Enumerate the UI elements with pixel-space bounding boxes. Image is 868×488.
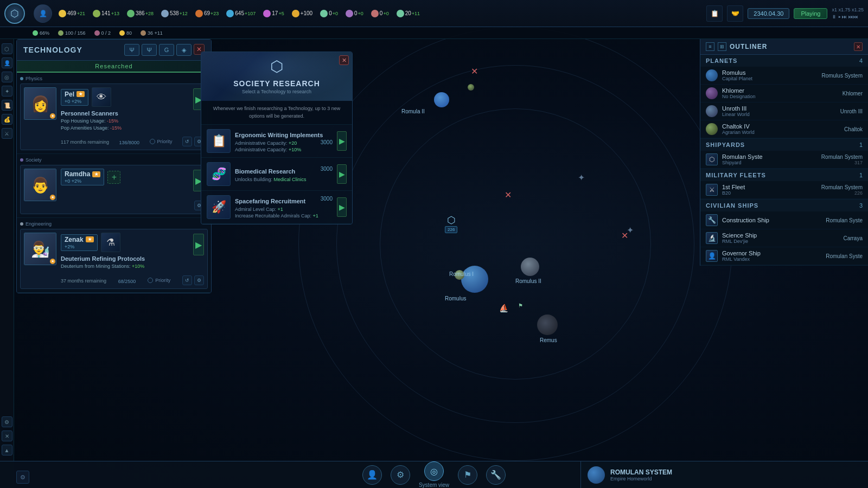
outliner-header: ≡ ⊞ OUTLINER ✕	[700, 39, 868, 55]
empire-icon[interactable]: ⬡	[4, 3, 25, 24]
notifications-btn[interactable]: 📋	[706, 5, 723, 22]
sidebar-empire[interactable]: ⬡	[2, 43, 12, 54]
resource-research[interactable]: 645 +107	[226, 10, 256, 17]
dialog-header: ⬡ SOCIETY RESEARCH Select a Technology t…	[201, 52, 352, 101]
engineering-priority-label[interactable]: Priority	[148, 278, 170, 283]
nav-btn-wrench[interactable]: 🔧	[486, 465, 506, 485]
outliner-planets-header[interactable]: PLANETS 4	[700, 55, 868, 67]
physics-priority-label[interactable]: Priority	[150, 139, 173, 144]
engineering-arrow[interactable]: ▶	[193, 234, 204, 255]
bottom-settings-btn[interactable]: ⚙	[16, 471, 29, 484]
outliner-planet-unroth[interactable]: Unroth III Linear World Unroth III	[700, 102, 868, 120]
physics-research-img: 👁	[92, 87, 111, 107]
res2-stability: 66%	[33, 30, 49, 36]
tech-option-biomedical-select[interactable]: ▶	[337, 164, 347, 184]
resource-energy[interactable]: 469 +21	[59, 10, 85, 17]
resource-extra1[interactable]: 0 +0	[320, 10, 338, 17]
engineering-scientist-name: Zenak ★	[65, 236, 94, 243]
resource-consumer[interactable]: 69 +23	[195, 10, 219, 17]
physics-progress: 136/8000	[119, 140, 140, 145]
res2-housing: 100 / 156	[58, 30, 86, 36]
tech-tabs: Ψ Ψ G ◈ ✕	[124, 44, 205, 56]
tech-option-spacefaring[interactable]: 🚀 Spacefaring Recruitment 3000 Admiral L…	[201, 191, 352, 224]
resource-unity[interactable]: +100	[292, 10, 313, 17]
outliner-shipyard-1[interactable]: ⬡ Romulan Syste Shipyard Romulan System …	[700, 151, 868, 169]
outliner-planet-chaltok[interactable]: Chaltok IV Agrarian World Chaltok	[700, 120, 868, 138]
researched-tab[interactable]: Researched	[17, 61, 211, 73]
left-sidebar: ⬡ 👤 ◎ ✦ 📜 💰 ⚔ ⚙ ✕ ▲	[0, 39, 14, 488]
physics-portrait[interactable]: 👩 ★	[24, 87, 56, 120]
outliner-close-btn[interactable]: ✕	[854, 42, 863, 51]
sidebar-economy[interactable]: 💰	[2, 114, 12, 125]
tech-option-ergonomic-img: 📋	[207, 129, 231, 153]
sidebar-policies[interactable]: 📜	[2, 100, 12, 111]
resource-alloys[interactable]: 538 +12	[161, 10, 188, 17]
outliner-civilian-construction[interactable]: 🔧 Construction Ship Romulan Syste	[700, 211, 868, 229]
sidebar-settings[interactable]: ⚙	[2, 416, 12, 427]
physics-scientist-stats: +0 +2%	[65, 99, 85, 104]
physics-section: Physics 👩 ★ Pel ★ +0 +2% 👁	[17, 73, 211, 154]
ship-on-map: ⛵	[499, 304, 508, 312]
tech-option-spacefaring-select[interactable]: ▶	[337, 197, 347, 217]
add-scientist-btn[interactable]: +	[107, 171, 120, 184]
nav-btn-leader[interactable]: 👤	[362, 465, 382, 485]
outliner-military-header[interactable]: MILITARY FLEETS 1	[700, 169, 868, 181]
planet-icon-unroth	[706, 105, 718, 117]
outliner-military-1[interactable]: ⚔ 1st Fleet B20 Romulan System 226	[700, 181, 868, 199]
tech-option-ergonomic-select[interactable]: ▶	[337, 131, 347, 151]
planet-label-main: Romulus	[445, 296, 466, 301]
tech-tab-1[interactable]: Ψ	[124, 44, 139, 56]
resource-food[interactable]: 386 +28	[127, 10, 154, 17]
dialog-close-btn[interactable]: ✕	[339, 55, 349, 65]
society-label: Society	[20, 157, 208, 163]
play-button[interactable]: Playing	[794, 8, 827, 19]
physics-card: 👩 ★ Pel ★ +0 +2% 👁 Personnel Scanners	[20, 84, 208, 150]
topbar-portrait[interactable]: 👤	[34, 4, 52, 23]
physics-reset-btn[interactable]: ↺	[182, 137, 192, 146]
outliner-planet-khlomer[interactable]: Khlomer No Designation Khlomer	[700, 85, 868, 102]
engineering-reset-btn[interactable]: ↺	[182, 275, 192, 285]
sidebar-leaders[interactable]: 👤	[2, 57, 12, 68]
resource-extra3[interactable]: 0 +0	[371, 10, 389, 17]
tech-tab-3[interactable]: G	[159, 44, 174, 56]
tech-option-biomedical-info: Biomedical Research 3000 Unlocks Buildin…	[235, 166, 333, 182]
physics-label: Physics	[20, 76, 208, 81]
outliner-civilian-governor[interactable]: 👤 Governor Ship RML Vandex Romulan Syste	[700, 247, 868, 265]
tech-tab-2[interactable]: Ψ	[142, 44, 157, 56]
resource-influence[interactable]: 17 +5	[263, 10, 284, 17]
diplomacy-btn[interactable]: 🤝	[727, 5, 743, 22]
sidebar-military[interactable]: ⚔	[2, 128, 12, 139]
resource-extra2[interactable]: 0 +0	[346, 10, 363, 17]
outliner-shipyards-header[interactable]: SHIPYARDS 1	[700, 139, 868, 151]
society-scientist-badge: ★	[92, 171, 100, 177]
outliner-planet-romulus[interactable]: Romulus Capital Planet Romulus System	[700, 67, 868, 85]
society-scientist-stats: +0 +2%	[65, 178, 100, 184]
resource-minerals[interactable]: 141 +13	[93, 10, 119, 17]
sidebar-traditions[interactable]: ✦	[2, 86, 12, 97]
tech-option-spacefaring-img: 🚀	[207, 195, 231, 219]
society-section: Society 👨 ★ Ramdha ★ +0 +2% +	[17, 154, 211, 218]
nav-btn-system[interactable]: ◎	[424, 461, 444, 481]
date-display: 2340.04.30	[748, 8, 789, 19]
tech-option-biomedical[interactable]: 🧬 Biomedical Research 3000 Unlocks Build…	[201, 158, 352, 191]
engineering-portrait[interactable]: 👨‍🔬 ★	[24, 233, 56, 265]
resource-extra4[interactable]: 20 +11	[397, 10, 420, 17]
system-name: ROMULAN SYSTEM	[610, 468, 672, 476]
tech-option-ergonomic[interactable]: 📋 Ergonomic Writing Implements 3000 Admi…	[201, 125, 352, 158]
outliner-shipyards-section: SHIPYARDS 1 ⬡ Romulan Syste Shipyard Rom…	[700, 139, 868, 169]
sidebar-tech[interactable]: ◎	[2, 72, 12, 82]
outliner-civilian-science[interactable]: 🔬 Science Ship RML Dev'jie Carraya	[700, 229, 868, 247]
society-portrait[interactable]: 👨 ★	[24, 169, 56, 201]
system-info-panel[interactable]: ROMULAN SYSTEM Empire Homeworld	[580, 461, 700, 488]
sidebar-alert1[interactable]: ✕	[2, 431, 12, 441]
sidebar-alert2[interactable]: ▲	[2, 445, 12, 455]
engineering-research-img: ⚗	[101, 233, 120, 252]
nav-btn-flag[interactable]: ⚑	[458, 465, 477, 485]
tech-option-biomedical-img: 🧬	[207, 162, 231, 186]
engineering-progress: 68/2500	[118, 279, 136, 284]
nav-btn-settings[interactable]: ⚙	[391, 465, 410, 485]
engineering-settings-btn[interactable]: ⚙	[194, 275, 204, 285]
society-scientist-name: Ramdha ★	[65, 170, 100, 178]
outliner-civilian-header[interactable]: CIVILIAN SHIPS 3	[700, 200, 868, 211]
tech-tab-4[interactable]: ◈	[176, 44, 192, 56]
